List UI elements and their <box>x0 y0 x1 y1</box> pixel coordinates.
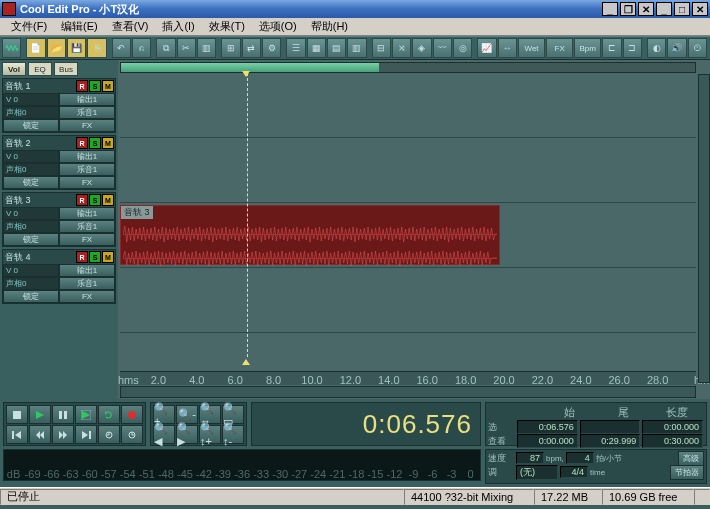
zoom-in-right-button[interactable]: 🔍▶ <box>176 425 198 444</box>
convert-icon[interactable]: ⇄ <box>242 38 261 58</box>
vertical-scrollbar[interactable] <box>698 74 710 383</box>
track-1-out[interactable]: 输出1 <box>59 93 115 106</box>
next-mark-button[interactable] <box>121 425 143 444</box>
track-1-fx[interactable]: FX <box>59 119 115 132</box>
menu-effects[interactable]: 效果(T) <box>202 18 252 35</box>
time-ruler[interactable]: hms2.04.06.08.010.012.014.016.018.020.02… <box>120 371 696 385</box>
tempo-advanced-button[interactable]: 高级 <box>678 451 704 466</box>
track-3-out[interactable]: 输出1 <box>59 207 115 220</box>
track-1-vol[interactable]: V 0 <box>3 93 59 106</box>
sel-len[interactable]: 0:00.000 <box>642 420 703 434</box>
track-3-pan[interactable]: 声相0 <box>3 220 59 233</box>
track-3-fx[interactable]: FX <box>59 233 115 246</box>
maximize-button[interactable]: □ <box>674 2 690 16</box>
track-1-pan[interactable]: 声相0 <box>3 106 59 119</box>
midi-icon[interactable]: 🔊 <box>667 38 686 58</box>
track-lanes[interactable]: 1 2 音轨 3 3 4 <box>120 73 696 371</box>
view-end[interactable]: 0:29.999 <box>580 434 641 448</box>
grid-icon[interactable]: ⊞ <box>221 38 240 58</box>
track-2-mute[interactable]: M <box>102 137 114 149</box>
track-2-eq[interactable]: 乐音1 <box>59 163 115 176</box>
track-1-solo[interactable]: S <box>89 80 101 92</box>
forward-button[interactable] <box>52 425 74 444</box>
track-3-name[interactable]: 音轨 3 <box>3 193 76 207</box>
panel3-icon[interactable]: ▥ <box>347 38 366 58</box>
track-4-pan[interactable]: 声相0 <box>3 277 59 290</box>
track-3-rec[interactable]: R <box>76 194 88 206</box>
track-2-solo[interactable]: S <box>89 137 101 149</box>
tempo-sig[interactable]: 4/4 <box>560 466 588 478</box>
tab-eq[interactable]: EQ <box>28 62 52 76</box>
zoom-out-v-button[interactable]: 🔍↕- <box>222 425 244 444</box>
horizontal-scrollbar[interactable] <box>120 386 696 398</box>
node-icon[interactable]: ◈ <box>412 38 431 58</box>
loop-button[interactable] <box>98 405 120 424</box>
track-4-vol[interactable]: V 0 <box>3 264 59 277</box>
track-2-pan[interactable]: 声相0 <box>3 163 59 176</box>
waveform-toggle-icon[interactable] <box>2 38 21 58</box>
rewind-button[interactable] <box>29 425 51 444</box>
track-3-solo[interactable]: S <box>89 194 101 206</box>
track-1-eq[interactable]: 乐音1 <box>59 106 115 119</box>
track-1-rec[interactable]: R <box>76 80 88 92</box>
metronome-button[interactable]: 节拍器 <box>670 465 704 480</box>
crossfade-icon[interactable]: ⤨ <box>392 38 411 58</box>
cut-icon[interactable]: ✂ <box>177 38 196 58</box>
track-2-out[interactable]: 输出1 <box>59 150 115 163</box>
audio-clip[interactable]: 音轨 3 <box>120 205 500 265</box>
track-3-mute[interactable]: M <box>102 194 114 206</box>
prev-mark-button[interactable] <box>98 425 120 444</box>
minimize-button[interactable]: _ <box>602 2 618 16</box>
menu-insert[interactable]: 插入(I) <box>155 18 201 35</box>
sel-begin[interactable]: 0:06.576 <box>517 420 578 434</box>
settings-icon[interactable]: ⚙ <box>262 38 281 58</box>
track-3-lock[interactable]: 锁定 <box>3 233 59 246</box>
stop-button[interactable] <box>6 405 28 424</box>
save-all-icon[interactable]: ⎘ <box>87 38 106 58</box>
timecode-display[interactable]: 0:06.576 <box>251 402 481 446</box>
menu-options[interactable]: 选项(O) <box>252 18 304 35</box>
tab-bus[interactable]: Bus <box>54 62 78 76</box>
vol-env-icon[interactable]: 📈 <box>477 38 496 58</box>
zoom-in-left-button[interactable]: 🔍◀ <box>153 425 175 444</box>
track-4-out[interactable]: 输出1 <box>59 264 115 277</box>
zoom-in-v-button[interactable]: 🔍↕+ <box>199 425 221 444</box>
play-button[interactable] <box>29 405 51 424</box>
fx-button[interactable]: FX <box>546 38 573 58</box>
track-2-lock[interactable]: 锁定 <box>3 176 59 189</box>
menu-file[interactable]: 文件(F) <box>4 18 54 35</box>
pause-button[interactable] <box>52 405 74 424</box>
track-3-eq[interactable]: 乐音1 <box>59 220 115 233</box>
goto-start-button[interactable] <box>6 425 28 444</box>
panel2-icon[interactable]: ▤ <box>327 38 346 58</box>
bpm-button[interactable]: Bpm <box>574 38 601 58</box>
copy-icon[interactable]: ⧉ <box>156 38 175 58</box>
record-button[interactable] <box>121 405 143 424</box>
track-1-mute[interactable]: M <box>102 80 114 92</box>
overview-bar[interactable] <box>120 62 696 73</box>
track-1-lock[interactable]: 锁定 <box>3 119 59 132</box>
pan-env-icon[interactable]: ↔ <box>498 38 517 58</box>
tempo-beats[interactable]: 4 <box>566 452 594 464</box>
playhead[interactable] <box>247 73 248 357</box>
track-4-lock[interactable]: 锁定 <box>3 290 59 303</box>
sel-end[interactable] <box>580 420 641 434</box>
track-4-fx[interactable]: FX <box>59 290 115 303</box>
track-3-vol[interactable]: V 0 <box>3 207 59 220</box>
save-file-icon[interactable]: 💾 <box>67 38 86 58</box>
track-4-name[interactable]: 音轨 4 <box>3 250 76 264</box>
goto-end-button[interactable] <box>75 425 97 444</box>
menu-edit[interactable]: 编辑(E) <box>54 18 105 35</box>
track-1-name[interactable]: 音轨 1 <box>3 79 76 93</box>
track-2-fx[interactable]: FX <box>59 176 115 189</box>
track-4-eq[interactable]: 乐音1 <box>59 277 115 290</box>
tempo-key[interactable]: (无) <box>516 465 558 480</box>
minimize2-button[interactable]: _ <box>656 2 672 16</box>
track-2-name[interactable]: 音轨 2 <box>3 136 76 150</box>
play-view-button[interactable] <box>75 405 97 424</box>
envelope-icon[interactable]: 〰 <box>433 38 452 58</box>
track-2-vol[interactable]: V 0 <box>3 150 59 163</box>
close2-button[interactable]: ✕ <box>692 2 708 16</box>
close-button[interactable]: ✕ <box>638 2 654 16</box>
track-4-mute[interactable]: M <box>102 251 114 263</box>
